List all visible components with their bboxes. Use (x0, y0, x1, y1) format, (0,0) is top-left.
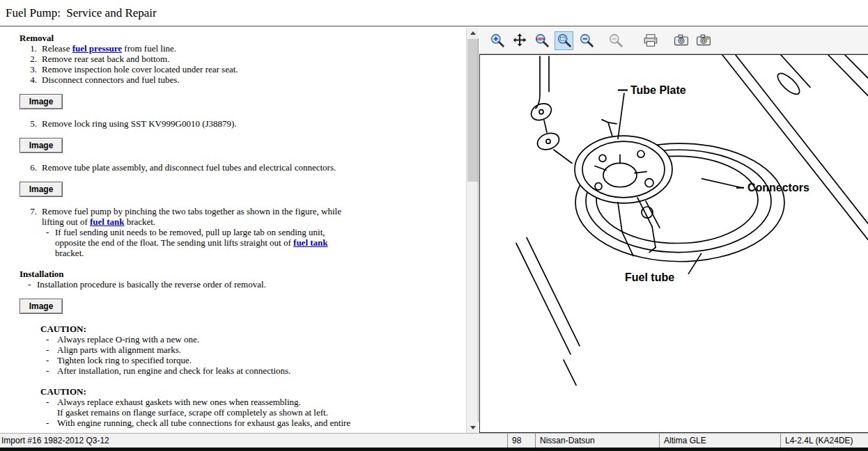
zoom-fit-icon (557, 33, 572, 48)
installation-item: - Installation procedure is basically th… (20, 279, 462, 290)
zoom-in-button[interactable] (488, 31, 506, 50)
step-text-post: from fuel line. (122, 43, 176, 54)
zoom-100-button[interactable]: 100% (532, 31, 551, 50)
camera-icon (674, 33, 689, 48)
dash-marker: - (46, 397, 50, 407)
removal-heading: Removal (20, 33, 462, 43)
step-text-pre: Release (42, 43, 72, 54)
zoom-out-button[interactable] (577, 31, 596, 50)
removal-step-4: 4. Disconnect connectors and fuel tubes. (20, 74, 462, 85)
main-split: Removal 1. Release fuel pressure from fu… (0, 27, 868, 433)
fuel-tank-link[interactable]: fuel tank (293, 237, 327, 248)
dash-marker: - (46, 345, 50, 355)
caution-heading: CAUTION: (40, 386, 462, 397)
image-button-3[interactable]: Image (20, 182, 63, 197)
arrow-down-icon (470, 426, 476, 429)
document-content: Removal 1. Release fuel pressure from fu… (0, 27, 466, 433)
step-text: Disconnect connectors and fuel tubes. (42, 74, 179, 85)
image-button-1[interactable]: Image (20, 94, 63, 109)
caution-item: - With engine running, check all tube co… (40, 418, 462, 428)
scrollbar-up-button[interactable] (467, 27, 479, 38)
print-button[interactable] (641, 31, 660, 50)
subitem-text-pre: If fuel sending unit needs to be removed… (55, 227, 325, 248)
step-number: 6. (26, 162, 37, 173)
page-title-bar: Fuel Pump: Service and Repair (0, 0, 868, 26)
caution-item: - After installation, run engine and che… (40, 365, 462, 376)
fuel-tube-label: Fuel tube (625, 271, 674, 283)
removal-step-7: 7. Remove fuel pump by pinching the two … (20, 206, 462, 227)
image-button-4[interactable]: Image (20, 299, 63, 314)
step-number: 1. (26, 43, 37, 54)
step-number: 4. (26, 74, 37, 85)
zoom-100-label: 100% (536, 37, 545, 41)
page-title: Fuel Pump: Service and Repair (0, 0, 868, 20)
dash-marker: - (46, 355, 50, 365)
caution-item-text: Always replace exhaust gaskets with new … (57, 397, 301, 407)
caution-item-continuation: If gasket remains on flange surface, scr… (57, 407, 462, 418)
dash-marker: - (46, 334, 50, 345)
image-button-2[interactable]: Image (20, 138, 63, 153)
zoom-window-button[interactable] (606, 31, 625, 50)
bottom-edge-strip (0, 448, 868, 451)
caution-item-text: Tighten lock ring to specified torque. (57, 355, 192, 365)
step-number: 2. (26, 54, 37, 64)
fuel-pump-diagram: Tube Plate Connectors Fuel tube (480, 55, 868, 432)
caution-item: - Align parts with alignment marks. (40, 345, 462, 355)
zoom-window-icon (608, 33, 623, 48)
zoom-out-icon (579, 33, 594, 48)
zoom-in-icon (490, 33, 505, 48)
removal-step-1: 1. Release fuel pressure from fuel line. (20, 43, 462, 54)
dash-marker: - (46, 365, 50, 376)
zoom-100-icon: 100% (534, 33, 550, 48)
caution-item: - Tighten lock ring to specified torque. (40, 355, 462, 365)
caution-item: - Always replace O-ring with a new one. (40, 334, 462, 345)
copy-image-button[interactable] (672, 31, 690, 50)
subitem-text-post: bracket. (55, 248, 84, 258)
caution-item-text: Align parts with alignment marks. (57, 345, 181, 355)
step-number: 3. (26, 64, 37, 74)
status-make: Nissan-Datsun (535, 434, 659, 448)
dash-marker: - (46, 227, 50, 258)
vertical-scrollbar[interactable] (466, 27, 478, 433)
installation-heading: Installation (20, 269, 462, 279)
step-text: Remove lock ring using SST KV999G0010 (J… (42, 118, 237, 129)
caution-item-text: With engine running, check all tube conn… (57, 418, 350, 428)
pan-button[interactable] (510, 31, 529, 50)
scrollbar-thumb[interactable] (467, 39, 478, 182)
caution-item: - Always replace exhaust gaskets with ne… (40, 397, 462, 407)
tube-plate-label: Tube Plate (630, 83, 686, 95)
removal-step-5: 5. Remove lock ring using SST KV999G0010… (20, 118, 462, 129)
subitem-text: If fuel sending unit needs to be removed… (55, 227, 351, 258)
app-window: Fuel Pump: Service and Repair Removal 1.… (0, 0, 868, 451)
zoom-fit-button[interactable] (555, 31, 573, 50)
fuel-tank-link[interactable]: fuel tank (90, 216, 124, 227)
document-pane: Removal 1. Release fuel pressure from fu… (0, 27, 479, 433)
step-text-post: bracket. (124, 216, 155, 227)
fuel-pressure-link[interactable]: fuel pressure (72, 43, 122, 54)
status-bar: Import #16 1982-2012 Q3-12 98 Nissan-Dat… (0, 433, 868, 448)
step-number: 5. (26, 118, 37, 129)
export-image-button[interactable] (694, 31, 713, 50)
status-page-number: 98 (507, 434, 535, 448)
removal-step-2: 2. Remove rear seat back and bottom. (20, 54, 462, 64)
arrow-up-icon (470, 31, 476, 35)
dash-marker: - (28, 279, 32, 290)
removal-step-7-subitem: - If fuel sending unit needs to be remov… (46, 227, 462, 258)
installation-item-text: Installation procedure is basically the … (37, 279, 266, 290)
image-viewer-pane: 100% (479, 27, 868, 433)
status-model: Altima GLE (659, 434, 780, 448)
step-text: Remove rear seat back and bottom. (42, 54, 169, 64)
camera-export-icon (696, 33, 711, 48)
step-text: Remove inspection hole cover located und… (42, 64, 238, 74)
step-text: Release fuel pressure from fuel line. (42, 43, 176, 54)
pan-icon (512, 33, 527, 48)
step-text-pre: Remove fuel pump by pinching the two tab… (42, 206, 341, 227)
connectors-label: Connectors (747, 181, 809, 193)
caution-block-1: CAUTION: - Always replace O-ring with a … (40, 324, 462, 376)
caution-heading: CAUTION: (40, 324, 462, 334)
status-product: Import #16 1982-2012 Q3-12 (0, 434, 507, 448)
step-text: Remove tube plate assembly, and disconne… (42, 162, 336, 173)
caution-item-text: Always replace O-ring with a new one. (57, 334, 199, 345)
scrollbar-down-button[interactable] (467, 422, 479, 433)
diagram-area[interactable]: Tube Plate Connectors Fuel tube (479, 54, 868, 433)
